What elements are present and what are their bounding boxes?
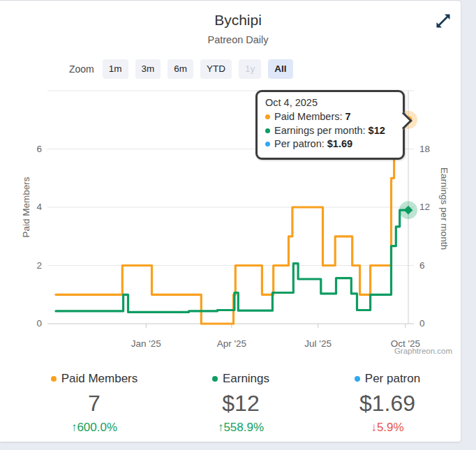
zoom-button-all[interactable]: All <box>268 59 292 79</box>
zoom-toolbar: Zoom 1m 3m 6m YTD 1y All <box>69 59 293 79</box>
chart-card: Bychipi Patreon Daily Zoom 1m 3m 6m YTD … <box>0 0 461 442</box>
y-axis-right-title: Earnings per month <box>438 139 450 278</box>
zoom-button-ytd[interactable]: YTD <box>200 59 232 79</box>
tooltip-value: $1.69 <box>327 138 352 149</box>
tooltip-row-paid-members: Paid Members: 7 <box>265 110 395 124</box>
stat-label: Per patron <box>314 372 461 386</box>
zoom-button-3m[interactable]: 3m <box>135 59 161 79</box>
zoom-button-1y: 1y <box>239 59 261 79</box>
stat-per-patron: Per patron $1.69 ↓5.9% <box>314 372 461 435</box>
series-dot-orange <box>265 114 270 119</box>
tooltip-row-per-patron: Per patron: $1.69 <box>265 137 395 151</box>
chart-plot-area[interactable]: 0246061218Jan '25Apr '25Jul '25Oct '25 P… <box>0 84 461 358</box>
zoom-button-6m[interactable]: 6m <box>168 59 193 79</box>
stat-label: Earnings <box>168 372 314 386</box>
stat-change: ↑558.9% <box>168 421 314 435</box>
tooltip-label: Per patron: <box>274 138 325 149</box>
chart-tooltip: Oct 4, 2025 Paid Members: 7 Earnings per… <box>255 90 405 160</box>
tooltip-label: Earnings per month: <box>274 125 366 136</box>
tooltip-label: Paid Members: <box>274 111 343 122</box>
page-background: Bychipi Patreon Daily Zoom 1m 3m 6m YTD … <box>0 0 476 450</box>
stat-paid-members: Paid Members 7 ↑600.0% <box>21 372 168 435</box>
stat-earnings: Earnings $12 ↑558.9% <box>168 372 314 435</box>
stat-label: Paid Members <box>21 372 168 386</box>
stat-value: $1.69 <box>314 391 461 415</box>
page-subtitle: Patreon Daily <box>0 34 476 45</box>
zoom-label: Zoom <box>69 63 94 75</box>
legend-dot-blue <box>355 376 360 382</box>
series-dot-blue <box>265 142 270 147</box>
stat-change: ↑600.0% <box>21 421 168 435</box>
zoom-button-1m[interactable]: 1m <box>103 59 128 79</box>
tooltip-row-earnings: Earnings per month: $12 <box>265 124 395 138</box>
tooltip-value: 7 <box>345 111 351 122</box>
legend-dot-orange <box>51 376 57 382</box>
stat-change: ↓5.9% <box>314 421 461 435</box>
down-arrow-icon: ↓ <box>371 421 377 434</box>
tooltip-date: Oct 4, 2025 <box>265 97 395 108</box>
tooltip-value: $12 <box>369 125 385 136</box>
stat-value: $12 <box>168 391 314 415</box>
series-dot-green <box>265 128 270 133</box>
stat-value: 7 <box>21 391 168 415</box>
watermark: Graphtreon.com <box>394 347 452 355</box>
legend-dot-green <box>212 376 218 382</box>
y-axis-left-title: Paid Members <box>20 137 33 277</box>
stats-row: Paid Members 7 ↑600.0% Earnings $12 ↑558… <box>21 372 461 435</box>
page-title: Bychipi <box>0 12 476 29</box>
